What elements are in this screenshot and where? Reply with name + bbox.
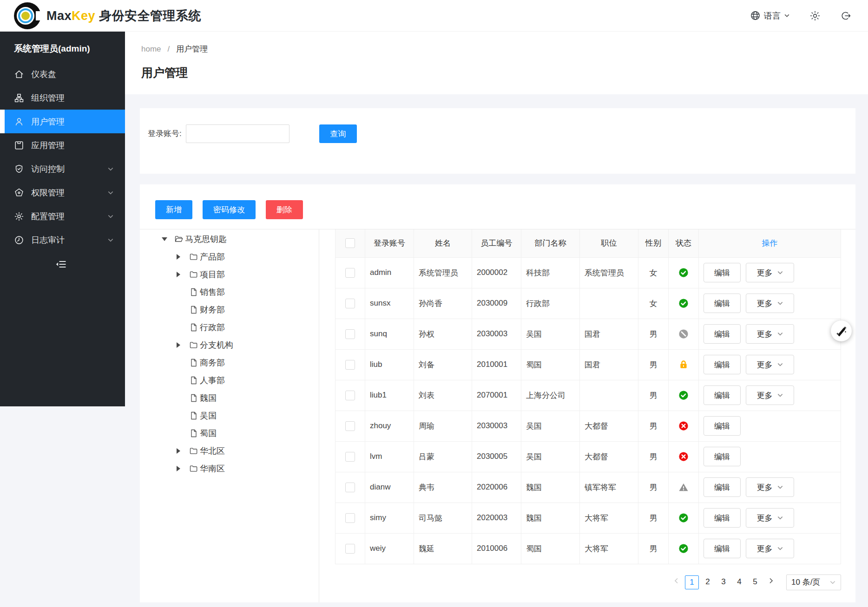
row-checkbox[interactable] <box>345 268 355 278</box>
sidebar-item-audit[interactable]: 日志审计 <box>0 228 125 252</box>
row-checkbox[interactable] <box>345 391 355 400</box>
change-password-button[interactable]: 密码修改 <box>203 200 256 219</box>
caret-right-icon[interactable] <box>177 342 189 348</box>
more-button[interactable]: 更多 <box>746 508 794 528</box>
edit-button[interactable]: 编辑 <box>704 355 741 374</box>
tree-node[interactable]: 分支机构 <box>140 336 319 354</box>
audit-icon <box>14 235 24 245</box>
sidebar-collapse-button[interactable] <box>0 258 125 270</box>
col-header-7: 操作 <box>699 229 841 257</box>
row-checkbox[interactable] <box>345 513 355 523</box>
sidebar-item-access[interactable]: 访问控制 <box>0 157 125 181</box>
chevron-down-icon <box>784 13 790 19</box>
edit-button[interactable]: 编辑 <box>704 263 741 282</box>
row-checkbox[interactable] <box>345 360 355 370</box>
login-account-input[interactable] <box>186 124 289 143</box>
row-checkbox[interactable] <box>345 452 355 462</box>
caret-right-icon[interactable] <box>177 448 189 454</box>
cell-employee-no: 2030003 <box>472 411 521 441</box>
edit-button[interactable]: 编辑 <box>704 477 741 497</box>
caret-right-icon[interactable] <box>177 272 189 277</box>
caret-down-icon[interactable] <box>162 237 174 241</box>
add-button[interactable]: 新增 <box>155 200 192 219</box>
row-checkbox[interactable] <box>345 483 355 492</box>
tree-node[interactable]: 马克思钥匙 <box>140 230 319 248</box>
row-checkbox[interactable] <box>345 329 355 339</box>
edit-button[interactable]: 编辑 <box>704 508 741 528</box>
caret-right-glyph <box>177 448 180 454</box>
breadcrumb-home-link[interactable]: home <box>141 45 161 54</box>
file-icon <box>189 411 198 420</box>
more-button[interactable]: 更多 <box>746 355 794 374</box>
tree-node[interactable]: 魏国 <box>140 389 319 407</box>
edit-button[interactable]: 编辑 <box>704 324 741 344</box>
tree-node[interactable]: 华北区 <box>140 442 319 460</box>
row-select-cell <box>335 441 365 472</box>
caret-right-icon[interactable] <box>177 254 189 260</box>
tree-node[interactable]: 商务部 <box>140 354 319 372</box>
sidebar-item-org[interactable]: 组织管理 <box>0 86 125 110</box>
pagination-next-button[interactable] <box>764 575 778 589</box>
cell-employee-no: 2010006 <box>472 533 521 564</box>
cell-department: 吴国 <box>521 319 580 349</box>
breadcrumb: home / 用户管理 <box>141 44 868 54</box>
col-header-select <box>335 229 365 257</box>
file-icon <box>189 393 198 403</box>
tree-node[interactable]: 销售部 <box>140 283 319 301</box>
row-checkbox[interactable] <box>345 299 355 308</box>
pagination-prev-button[interactable] <box>669 575 683 589</box>
more-button[interactable]: 更多 <box>746 539 794 558</box>
caret-right-glyph <box>177 272 180 277</box>
sidebar-item-users[interactable]: 用户管理 <box>0 110 125 133</box>
users-panel: 新增 密码修改 删除 马克思钥匙产品部项目部销售部财务部行政部分支机构商务部人事… <box>140 184 855 602</box>
tree-node[interactable]: 华南区 <box>140 460 319 477</box>
sidebar-item-apps[interactable]: 应用管理 <box>0 133 125 157</box>
tree-node[interactable]: 产品部 <box>140 248 319 266</box>
breadcrumb-separator: / <box>168 45 170 54</box>
tree-node[interactable]: 人事部 <box>140 372 319 389</box>
pagination-page-1[interactable]: 1 <box>685 575 699 589</box>
pagination-page-5[interactable]: 5 <box>748 575 762 589</box>
sidebar-item-dashboard[interactable]: 仪表盘 <box>0 62 125 86</box>
edit-button[interactable]: 编辑 <box>704 447 741 466</box>
more-button[interactable]: 更多 <box>746 477 794 497</box>
pagination-page-3[interactable]: 3 <box>717 575 730 589</box>
cell-name: 刘表 <box>414 380 472 411</box>
more-button[interactable]: 更多 <box>746 385 794 405</box>
page-size-select[interactable]: 10 条/页 <box>786 574 841 590</box>
pagination-page-2[interactable]: 2 <box>701 575 715 589</box>
logout-button[interactable] <box>840 10 851 21</box>
tree-node-label: 项目部 <box>200 269 225 280</box>
row-checkbox[interactable] <box>345 544 355 554</box>
col-header-4: 职位 <box>580 229 638 257</box>
tree-node[interactable]: 蜀国 <box>140 424 319 442</box>
edit-button[interactable]: 编辑 <box>704 385 741 405</box>
pagination-page-4[interactable]: 4 <box>732 575 746 589</box>
edit-button[interactable]: 编辑 <box>704 539 741 558</box>
delete-button[interactable]: 删除 <box>266 200 303 219</box>
row-select-cell <box>335 288 365 319</box>
cell-position <box>580 380 638 411</box>
settings-button[interactable] <box>809 10 821 21</box>
sidebar-item-config[interactable]: 配置管理 <box>0 204 125 228</box>
select-all-checkbox[interactable] <box>345 238 355 248</box>
sidebar-item-permissions[interactable]: 权限管理 <box>0 181 125 204</box>
tree-node[interactable]: 行政部 <box>140 319 319 336</box>
chevron-down-icon <box>777 515 783 521</box>
edit-button[interactable]: 编辑 <box>704 416 741 436</box>
caret-right-icon[interactable] <box>177 466 189 471</box>
language-menu[interactable]: 语言 <box>750 10 790 21</box>
more-button[interactable]: 更多 <box>746 324 794 344</box>
more-button-label: 更多 <box>757 298 773 309</box>
query-button[interactable]: 查询 <box>319 124 357 143</box>
cell-status <box>669 257 699 288</box>
more-button[interactable]: 更多 <box>746 294 794 313</box>
status-inactive-cross-icon <box>678 451 689 462</box>
tree-node[interactable]: 财务部 <box>140 301 319 319</box>
tree-node[interactable]: 吴国 <box>140 407 319 424</box>
cell-actions: 编辑更多 <box>699 472 841 503</box>
row-checkbox[interactable] <box>345 421 355 431</box>
edit-button[interactable]: 编辑 <box>704 294 741 313</box>
more-button[interactable]: 更多 <box>746 263 794 282</box>
tree-node[interactable]: 项目部 <box>140 266 319 283</box>
